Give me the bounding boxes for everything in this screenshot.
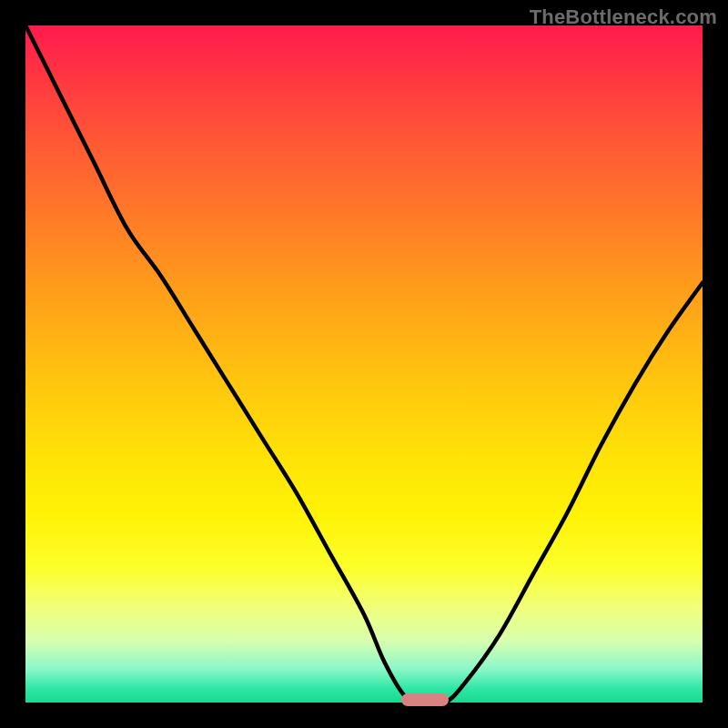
curve-path xyxy=(25,25,703,703)
trough-marker xyxy=(401,693,450,706)
bottleneck-curve xyxy=(25,25,703,703)
chart-container: TheBottleneck.com xyxy=(0,0,728,728)
watermark-label: TheBottleneck.com xyxy=(530,5,717,29)
plot-area xyxy=(25,25,703,703)
